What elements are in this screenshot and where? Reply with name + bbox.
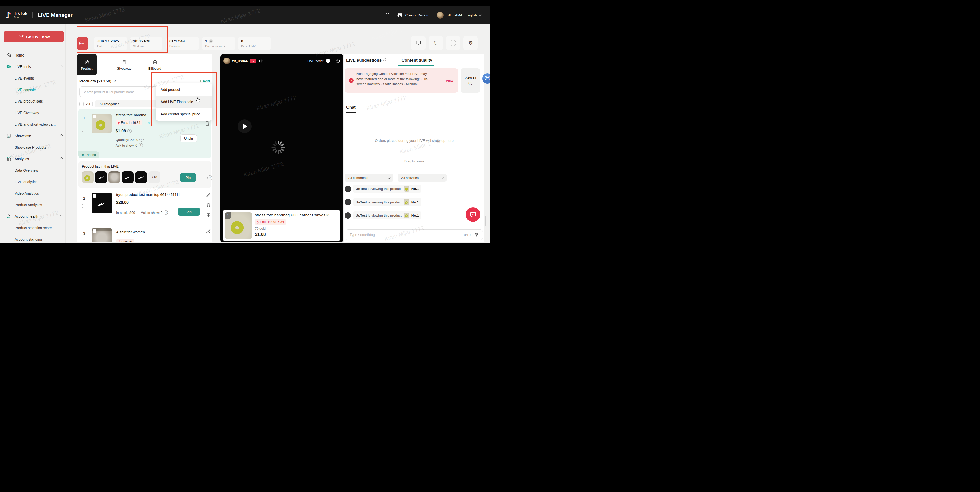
edit-icon[interactable] bbox=[206, 229, 211, 233]
ask-info-icon[interactable]: ? bbox=[139, 143, 143, 147]
sidebar-item-live-tools[interactable]: LIVE tools bbox=[0, 61, 65, 72]
dark-mode-button[interactable]: ☾ bbox=[429, 36, 443, 50]
end-flash-link[interactable]: End bbox=[145, 121, 151, 125]
tab-live-suggestions[interactable]: LIVE suggestions ? bbox=[346, 58, 387, 63]
product-checkbox[interactable] bbox=[92, 229, 97, 233]
fullscreen-button[interactable] bbox=[446, 36, 460, 50]
creator-discord-link[interactable]: Creator Discord bbox=[398, 13, 430, 17]
user-avatar[interactable] bbox=[437, 12, 444, 19]
menu-item-add-special-price[interactable]: Add creator special price bbox=[156, 108, 212, 120]
more-products-chip[interactable]: +16 bbox=[148, 171, 160, 183]
sidebar-item-home[interactable]: Home bbox=[0, 49, 65, 61]
menu-item-add-product[interactable]: Add product bbox=[156, 83, 212, 96]
header-divider bbox=[32, 12, 33, 18]
list-thumbnail bbox=[108, 171, 120, 183]
categories-label: All categories bbox=[99, 102, 119, 106]
delete-icon[interactable] bbox=[206, 203, 211, 207]
pin-button[interactable]: Pin bbox=[180, 173, 196, 182]
sidebar-item-label: LIVE Giveaway bbox=[14, 111, 39, 115]
chat-bubble-button[interactable] bbox=[466, 207, 480, 222]
sidebar-item-label: LIVE tools bbox=[14, 65, 31, 69]
sidebar-item-label: Data Overview bbox=[14, 168, 38, 172]
bell-icon[interactable] bbox=[385, 13, 390, 17]
product-rank-badge: 1 bbox=[225, 212, 231, 219]
product-checkbox[interactable] bbox=[92, 194, 97, 198]
ask-info-icon[interactable]: ? bbox=[164, 211, 168, 214]
add-button[interactable]: + Add bbox=[200, 79, 210, 83]
product-checkbox[interactable] bbox=[92, 114, 97, 118]
power-icon[interactable] bbox=[336, 59, 340, 63]
live-product-list: Product list in this LIVE +16 Pin ? bbox=[78, 161, 212, 188]
display-mode-button[interactable] bbox=[411, 36, 426, 50]
language-selector[interactable]: English bbox=[466, 13, 481, 17]
sidebar-item-label: Showcase bbox=[14, 134, 31, 138]
chevron-up-icon bbox=[60, 134, 63, 137]
drag-handle[interactable] bbox=[80, 204, 83, 208]
select-all-checkbox[interactable] bbox=[80, 102, 84, 106]
sidebar-item-video-analytics[interactable]: Video Analytics bbox=[0, 187, 65, 199]
sidebar-item-product-selection-score[interactable]: Product selection score bbox=[0, 222, 65, 233]
sold-count: 70 sold bbox=[255, 227, 332, 230]
sidebar-item-live-product-sets[interactable]: LIVE product sets bbox=[0, 95, 65, 107]
sidebar-divider bbox=[3, 47, 62, 47]
list-thumbnail bbox=[135, 171, 147, 183]
quantity-info-icon[interactable]: i bbox=[140, 138, 143, 142]
tiktok-shop-logo[interactable]: ♪ TikTok Shop bbox=[6, 11, 27, 19]
rank-badge: No.1 bbox=[412, 200, 419, 204]
delete-icon[interactable] bbox=[205, 121, 210, 126]
product-row-3[interactable]: 3 A shirt for women Ends in bbox=[78, 225, 212, 243]
sidebar-item-data-overview[interactable]: Data Overview bbox=[0, 164, 65, 176]
collapse-icon[interactable] bbox=[477, 57, 481, 61]
edit-icon[interactable] bbox=[206, 193, 211, 197]
refresh-icon[interactable]: ↺ bbox=[113, 78, 117, 83]
tab-product[interactable]: Product bbox=[77, 54, 97, 75]
sidebar-item-live-events[interactable]: LIVE events bbox=[0, 72, 65, 84]
comments-filter-dropdown[interactable]: All comments bbox=[345, 174, 393, 182]
chat-tab[interactable]: Chat bbox=[346, 105, 356, 110]
chat-message-box: 0/100 bbox=[346, 229, 483, 240]
sidebar-item-live-giveaway[interactable]: LIVE Giveaway bbox=[0, 107, 65, 118]
menu-item-add-flash-sale[interactable]: Add LIVE Flash sale bbox=[156, 96, 212, 108]
live-script-toggle[interactable] bbox=[326, 59, 330, 63]
scrollbar-thumb[interactable] bbox=[485, 216, 487, 226]
discord-label: Creator Discord bbox=[405, 13, 430, 17]
price-info-icon[interactable]: ? bbox=[127, 129, 132, 133]
sidebar-item-product-analytics[interactable]: Product Analytics bbox=[0, 199, 65, 211]
activity-row: UsTest is viewing this product No.1 bbox=[345, 211, 422, 219]
tab-giveaway[interactable]: Giveaway bbox=[114, 54, 134, 75]
sidebar-item-account-health[interactable]: Account health bbox=[0, 211, 65, 222]
product-rank: 3 bbox=[83, 231, 85, 235]
tab-billboard[interactable]: Billboard bbox=[144, 54, 165, 75]
featured-product-card[interactable]: 1 stress tote handbag PU Leather Canvas … bbox=[223, 209, 340, 241]
settings-button[interactable]: ⚙ bbox=[463, 36, 478, 50]
live-list-title: Product list in this LIVE bbox=[82, 164, 119, 168]
play-button[interactable] bbox=[238, 119, 251, 133]
product-quantity: Quantity: 20/20 bbox=[116, 138, 138, 142]
sidebar-item-analytics[interactable]: Analytics bbox=[0, 153, 65, 164]
live-stats-badge[interactable] bbox=[250, 59, 256, 63]
drag-to-resize-handle[interactable]: Drag to resize bbox=[344, 160, 484, 163]
help-icon[interactable]: ? bbox=[207, 175, 212, 180]
sidebar-item-showcase[interactable]: Showcase bbox=[0, 130, 65, 141]
live-script-label: LIVE script bbox=[307, 59, 323, 63]
view-link[interactable]: View bbox=[445, 78, 453, 83]
suggestions-help-icon[interactable]: ? bbox=[383, 58, 387, 62]
send-icon[interactable] bbox=[475, 232, 479, 237]
sidebar-item-live-analytics[interactable]: LIVE analytics bbox=[0, 176, 65, 187]
pin-button[interactable]: Pin bbox=[178, 208, 200, 216]
product-row-2[interactable]: 2 tryon product test man top 6614461111 … bbox=[78, 189, 212, 222]
activities-filter-dropdown[interactable]: All activities bbox=[398, 174, 447, 182]
drag-handle[interactable] bbox=[80, 131, 83, 135]
move-to-top-icon[interactable] bbox=[206, 213, 211, 217]
tab-content-quality[interactable]: Content quality bbox=[401, 58, 432, 63]
unpin-button[interactable]: Unpin bbox=[180, 134, 197, 143]
chat-input[interactable] bbox=[349, 232, 461, 237]
product-thumbnail bbox=[92, 228, 112, 243]
sidebar-item-live-short-video[interactable]: LIVE and short video ca... bbox=[0, 118, 65, 130]
view-all-button[interactable]: View all(2) bbox=[461, 68, 480, 92]
sidebar-item-live-console[interactable]: LIVE console bbox=[0, 84, 65, 95]
sidebar-item-showcase-products[interactable]: Showcase Products bbox=[0, 141, 65, 153]
mute-icon[interactable] bbox=[259, 59, 263, 63]
add-dropdown-menu: Add product Add LIVE Flash sale Add crea… bbox=[156, 83, 212, 121]
go-live-button[interactable]: LIVE Go LIVE now bbox=[3, 31, 64, 42]
